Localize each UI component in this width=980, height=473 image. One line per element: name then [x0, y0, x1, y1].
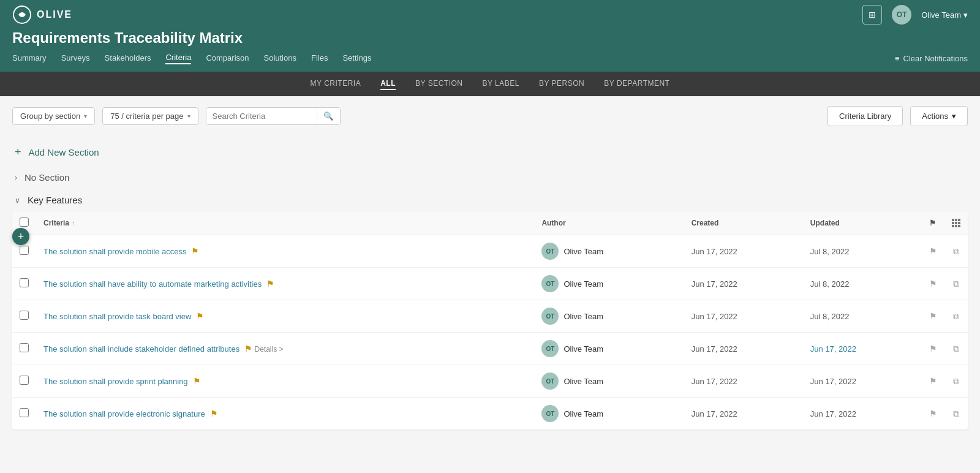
- criteria-link[interactable]: The solution shall provide mobile access: [43, 247, 186, 256]
- external-link-button[interactable]: ⧉: [953, 376, 959, 386]
- flag-button[interactable]: ⚑: [929, 376, 937, 386]
- user-chevron-icon: ▾: [963, 10, 968, 20]
- nav-item-summary[interactable]: Summary: [12, 53, 47, 64]
- flag-cell: ⚑: [922, 365, 944, 398]
- user-name-label: Olive Team: [921, 10, 961, 20]
- search-button[interactable]: 🔍: [317, 108, 340, 124]
- author-avatar: OT: [541, 243, 559, 260]
- search-icon: 🔍: [323, 112, 334, 121]
- author-name: Olive Team: [564, 279, 603, 289]
- user-menu[interactable]: Olive Team ▾: [921, 10, 968, 20]
- updated-date: Jun 17, 2022: [803, 365, 922, 398]
- clear-notifications-btn[interactable]: ≡ Clear Notifications: [895, 54, 968, 63]
- criteria-link[interactable]: The solution shall have ability to autom…: [43, 279, 262, 289]
- external-link-cell: ⧉: [944, 333, 968, 365]
- author-avatar: OT: [541, 373, 559, 390]
- group-by-dropdown[interactable]: Group by section ▾: [12, 107, 95, 125]
- external-link-button[interactable]: ⧉: [953, 409, 959, 418]
- pin-icon: ⊞: [869, 10, 876, 20]
- key-features-row[interactable]: ∨ Key Features: [12, 189, 968, 211]
- created-date: Jun 17, 2022: [684, 333, 803, 365]
- flag-cell: ⚑: [922, 235, 944, 268]
- nav-item-criteria[interactable]: Criteria: [165, 53, 191, 64]
- olive-logo-icon: [12, 5, 32, 25]
- sub-header: Requirements Traceability Matrix Summary…: [0, 29, 980, 72]
- th-author: Author: [534, 211, 684, 235]
- row-checkbox[interactable]: [20, 246, 29, 255]
- updated-date: Jul 8, 2022: [803, 268, 922, 300]
- external-link-button[interactable]: ⧉: [953, 311, 959, 321]
- flag-button[interactable]: ⚑: [929, 409, 937, 418]
- flag-header-icon: ⚑: [929, 219, 936, 227]
- nav-item-files[interactable]: Files: [311, 53, 328, 64]
- filter-tab-by-section[interactable]: BY SECTION: [415, 78, 462, 90]
- filter-tab-all[interactable]: ALL: [380, 78, 396, 90]
- select-all-checkbox[interactable]: [20, 218, 29, 227]
- nav-item-surveys[interactable]: Surveys: [61, 53, 90, 64]
- add-new-section-label: Add New Section: [29, 147, 99, 157]
- flag-button[interactable]: ⚑: [929, 344, 937, 354]
- table-row: The solution shall have ability to autom…: [12, 268, 968, 300]
- author-cell: OTOlive Team: [534, 365, 684, 398]
- per-page-dropdown[interactable]: 75 / criteria per page ▾: [102, 107, 198, 125]
- flag-button[interactable]: ⚑: [929, 246, 937, 256]
- nav-item-comparison[interactable]: Comparison: [206, 53, 249, 64]
- details-link[interactable]: Details >: [252, 345, 283, 354]
- author-avatar: OT: [541, 340, 559, 357]
- criteria-flag-icon: ⚑: [193, 376, 201, 386]
- author-name: Olive Team: [564, 312, 603, 321]
- nav-item-settings[interactable]: Settings: [342, 53, 371, 64]
- row-checkbox[interactable]: [20, 376, 29, 385]
- criteria-link[interactable]: The solution shall provide task board vi…: [43, 312, 191, 321]
- row-checkbox[interactable]: [20, 278, 29, 287]
- filter-tab-by-department[interactable]: BY DEPARTMENT: [604, 78, 669, 90]
- criteria-link[interactable]: The solution shall provide electronic si…: [43, 409, 205, 418]
- actions-chevron-icon: ▾: [952, 112, 956, 121]
- main-content: Group by section ▾ 75 / criteria per pag…: [0, 96, 980, 473]
- criteria-sort-icon: ↑: [72, 220, 75, 227]
- table-row: The solution shall provide mobile access…: [12, 235, 968, 268]
- plus-icon: +: [15, 146, 21, 159]
- nav-item-stakeholders[interactable]: Stakeholders: [105, 53, 151, 64]
- flag-cell: ⚑: [922, 333, 944, 365]
- row-checkbox[interactable]: [20, 311, 29, 320]
- row-checkbox[interactable]: [20, 343, 29, 352]
- no-section-row[interactable]: › No Section: [12, 166, 968, 189]
- criteria-link[interactable]: The solution shall include stakeholder d…: [43, 344, 239, 354]
- add-criteria-floating-button[interactable]: +: [12, 228, 29, 245]
- key-features-label: Key Features: [28, 195, 82, 205]
- table-row: The solution shall include stakeholder d…: [12, 333, 968, 365]
- criteria-cell: The solution shall provide task board vi…: [36, 300, 534, 333]
- row-checkbox-cell: [12, 333, 36, 365]
- th-updated: Updated: [803, 211, 922, 235]
- row-checkbox[interactable]: [20, 408, 29, 417]
- search-box: 🔍: [206, 107, 341, 125]
- row-checkbox-cell: [12, 398, 36, 430]
- external-link-cell: ⧉: [944, 268, 968, 300]
- header-right: ⊞ OT Olive Team ▾: [862, 5, 968, 25]
- criteria-library-button[interactable]: Criteria Library: [827, 106, 903, 126]
- filter-tab-by-person[interactable]: BY PERSON: [539, 78, 584, 90]
- criteria-flag-icon: ⚑: [244, 344, 252, 354]
- external-link-button[interactable]: ⧉: [953, 344, 959, 354]
- flag-button[interactable]: ⚑: [929, 279, 937, 289]
- per-page-label: 75 / criteria per page: [110, 112, 183, 121]
- th-created: Created: [684, 211, 803, 235]
- actions-button[interactable]: Actions ▾: [910, 106, 968, 126]
- nav-item-solutions[interactable]: Solutions: [263, 53, 296, 64]
- add-new-section-row[interactable]: + Add New Section: [12, 138, 968, 166]
- toolbar-left: Group by section ▾ 75 / criteria per pag…: [12, 107, 820, 125]
- external-link-button[interactable]: ⧉: [953, 279, 959, 289]
- flag-button[interactable]: ⚑: [929, 311, 937, 321]
- criteria-link[interactable]: The solution shall provide sprint planni…: [43, 377, 188, 386]
- actions-label: Actions: [922, 112, 948, 121]
- pin-button[interactable]: ⊞: [862, 5, 882, 25]
- author-name: Olive Team: [564, 409, 603, 418]
- author-avatar: OT: [541, 405, 559, 422]
- filter-tab-by-label[interactable]: BY LABEL: [482, 78, 519, 90]
- filter-tab-my-criteria[interactable]: MY CRITERIA: [311, 78, 361, 90]
- author-name: Olive Team: [564, 344, 603, 354]
- criteria-cell: The solution shall provide mobile access…: [36, 235, 534, 268]
- external-link-button[interactable]: ⧉: [953, 246, 959, 256]
- search-input[interactable]: [206, 108, 317, 124]
